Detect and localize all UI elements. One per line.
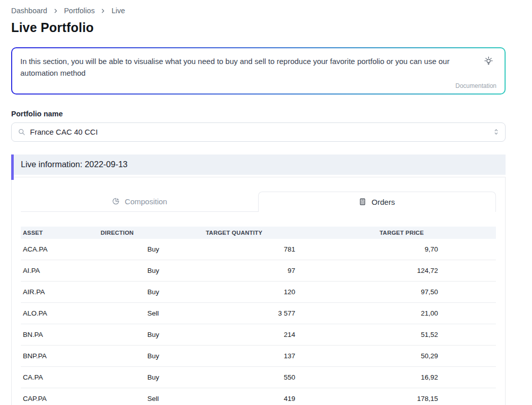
- tab-bar: Composition Orders: [21, 192, 496, 212]
- target-price-cell: 51,52: [316, 331, 496, 338]
- table-row: CA.PA Buy 550 16,92: [21, 367, 496, 388]
- direction-cell: Buy: [101, 352, 206, 360]
- orders-table-header: ASSET DIRECTION TARGET QUANTITY TARGET P…: [21, 227, 496, 239]
- column-header-target-price: TARGET PRICE: [316, 230, 496, 236]
- orders-table-body: ACA.PA Buy 781 9,70 AI.PA Buy 97 124,72 …: [21, 239, 496, 405]
- table-row: AIR.PA Buy 120 97,50: [21, 282, 496, 303]
- target-price-cell: 21,00: [316, 309, 496, 317]
- target-price-cell: 178,15: [316, 395, 496, 402]
- page: Dashboard Portfolios Live Live Portfolio…: [0, 0, 517, 405]
- live-information-header: Live information: 2022-09-13: [11, 154, 506, 175]
- breadcrumb-item-dashboard[interactable]: Dashboard: [11, 7, 47, 15]
- target-quantity-cell: 137: [206, 352, 316, 360]
- column-header-target-quantity: TARGET QUANTITY: [206, 230, 316, 236]
- calculator-icon: [359, 198, 366, 206]
- asset-cell: AIR.PA: [21, 288, 101, 296]
- tab-orders[interactable]: Orders: [258, 192, 496, 212]
- pie-chart-icon: [112, 197, 120, 205]
- direction-cell: Buy: [101, 373, 206, 381]
- page-title: Live Portfolio: [11, 20, 506, 35]
- target-price-cell: 97,50: [316, 288, 496, 296]
- portfolio-select[interactable]: France CAC 40 CCI: [11, 122, 506, 142]
- target-quantity-cell: 120: [206, 288, 316, 296]
- asset-cell: CA.PA: [21, 373, 101, 381]
- portfolio-select-value: France CAC 40 CCI: [30, 128, 98, 136]
- lightbulb-icon: [484, 54, 496, 68]
- chevron-right-icon: [53, 8, 58, 14]
- live-information-title: Live information: 2022-09-13: [21, 160, 128, 169]
- asset-cell: ALO.PA: [21, 309, 101, 317]
- target-quantity-cell: 97: [206, 267, 316, 274]
- asset-cell: ACA.PA: [21, 245, 101, 253]
- orders-table: ASSET DIRECTION TARGET QUANTITY TARGET P…: [21, 227, 496, 405]
- unfold-more-icon[interactable]: [493, 129, 499, 135]
- breadcrumb: Dashboard Portfolios Live: [11, 7, 506, 15]
- target-quantity-cell: 3 577: [206, 309, 316, 317]
- info-box-inner: In this section, you will be able to vis…: [12, 48, 505, 94]
- breadcrumb-item-portfolios[interactable]: Portfolios: [64, 7, 95, 15]
- portfolio-name-label: Portfolio name: [11, 110, 506, 118]
- direction-cell: Sell: [101, 395, 206, 402]
- documentation-link[interactable]: Documentation: [20, 82, 496, 89]
- chevron-right-icon: [100, 8, 106, 14]
- tab-composition-label: Composition: [125, 197, 167, 206]
- direction-cell: Buy: [101, 245, 206, 253]
- target-price-cell: 9,70: [316, 245, 496, 253]
- column-header-asset: ASSET: [21, 230, 101, 236]
- target-quantity-cell: 550: [206, 373, 316, 381]
- table-row: BN.PA Buy 214 51,52: [21, 324, 496, 346]
- table-row: CAP.PA Sell 419 178,15: [21, 388, 496, 405]
- live-card: Composition Orders ASSET DIRECTION TARGE…: [11, 177, 506, 405]
- target-quantity-cell: 781: [206, 245, 316, 253]
- table-row: AI.PA Buy 97 124,72: [21, 260, 496, 282]
- column-header-direction: DIRECTION: [101, 230, 206, 236]
- direction-cell: Sell: [101, 309, 206, 317]
- accent-bar: [11, 154, 14, 180]
- breadcrumb-item-live[interactable]: Live: [111, 7, 125, 15]
- asset-cell: BN.PA: [21, 331, 101, 338]
- table-row: ALO.PA Sell 3 577 21,00: [21, 303, 496, 324]
- tab-composition[interactable]: Composition: [21, 192, 258, 212]
- target-price-cell: 50,29: [316, 352, 496, 360]
- direction-cell: Buy: [101, 331, 206, 338]
- table-row: BNP.PA Buy 137 50,29: [21, 346, 496, 367]
- info-text: In this section, you will be able to vis…: [20, 54, 470, 79]
- asset-cell: AI.PA: [21, 267, 101, 274]
- target-price-cell: 16,92: [316, 373, 496, 381]
- direction-cell: Buy: [101, 267, 206, 274]
- search-icon: [18, 128, 25, 136]
- target-price-cell: 124,72: [316, 267, 496, 274]
- asset-cell: BNP.PA: [21, 352, 101, 360]
- direction-cell: Buy: [101, 288, 206, 296]
- tab-orders-label: Orders: [371, 198, 395, 206]
- asset-cell: CAP.PA: [21, 395, 101, 402]
- target-quantity-cell: 214: [206, 331, 316, 338]
- table-row: ACA.PA Buy 781 9,70: [21, 239, 496, 260]
- info-box: In this section, you will be able to vis…: [11, 47, 506, 95]
- target-quantity-cell: 419: [206, 395, 316, 402]
